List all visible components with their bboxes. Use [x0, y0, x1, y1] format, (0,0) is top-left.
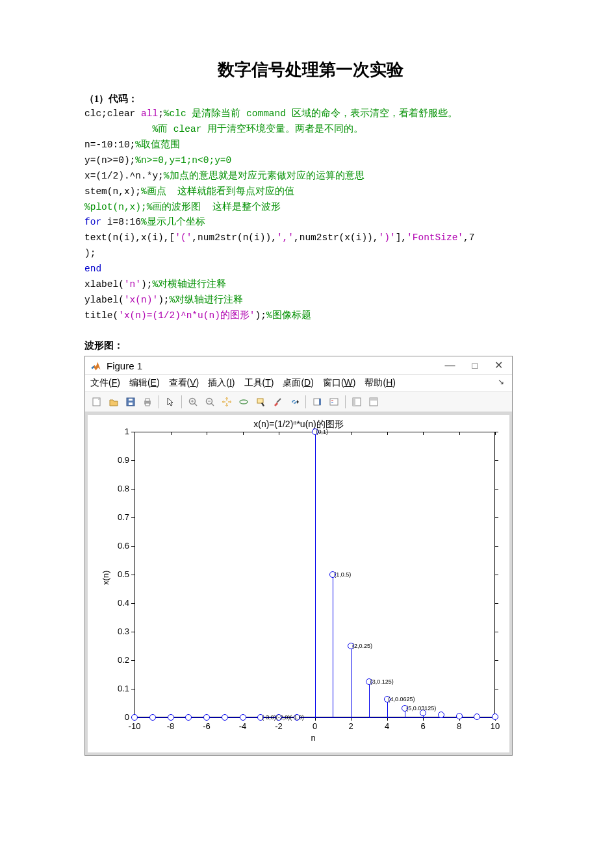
code-comment: %取值范围 [135, 140, 180, 150]
code-text: y=(n>=0); [84, 155, 135, 166]
code-comment: %加点的意思就是对应元素做对应的运算的意思 [164, 171, 365, 181]
rotate3d-button[interactable] [236, 394, 251, 410]
data-annotation: (-3,0)(-2,0)(-1,0) [262, 715, 304, 721]
pointer-button[interactable] [162, 394, 178, 410]
close-button[interactable]: ✕ [494, 360, 503, 371]
y-tick-label: 0.7 [118, 512, 129, 522]
menu-window[interactable]: 窗口(W) [323, 377, 356, 389]
code-text: ); [84, 248, 96, 258]
toolbar [85, 392, 512, 412]
menu-tools[interactable]: 工具(T) [244, 377, 274, 389]
x-tick [423, 432, 424, 435]
dock-button[interactable] [366, 394, 381, 410]
svg-rect-25 [353, 398, 355, 406]
menu-insert[interactable]: 插入(I) [208, 377, 235, 389]
y-tick [131, 575, 134, 575]
code-text: text(n(i),x(i),[ [84, 232, 175, 243]
code-comment: %对纵轴进行注释 [170, 295, 244, 305]
svg-rect-16 [257, 399, 263, 403]
stem-line [369, 682, 370, 717]
code-string: 'x(n)' [124, 295, 158, 305]
data-annotation: (4,0.0625) [389, 697, 415, 702]
x-tick-label: -6 [199, 721, 214, 731]
legend-button[interactable] [326, 394, 342, 410]
data-annotation: (2,0.25) [352, 643, 372, 649]
menu-help[interactable]: 帮助(H) [365, 377, 395, 389]
x-tick [243, 432, 244, 435]
y-tick-label: 0 [125, 712, 129, 722]
code-text: ,num2str(n(i)), [192, 232, 277, 243]
code-keyword: end [84, 264, 101, 274]
toolbar-chevron-icon[interactable]: ↘ [498, 377, 507, 389]
svg-rect-27 [370, 398, 377, 401]
brush-button[interactable] [270, 394, 285, 410]
x-tick [387, 432, 388, 435]
window-title: Figure 1 [107, 360, 142, 371]
svg-line-17 [277, 399, 281, 403]
datacursor-button[interactable] [253, 394, 268, 410]
y-tick [495, 632, 498, 632]
open-button[interactable] [106, 394, 122, 410]
link-button[interactable] [287, 394, 302, 410]
y-tick [495, 517, 498, 518]
code-text: ); [141, 279, 152, 290]
y-tick [131, 460, 134, 461]
zoom-in-button[interactable] [185, 394, 201, 410]
code-text: xlabel( [84, 279, 124, 290]
code-comment: %n>=0,y=1;n<0;y=0 [135, 155, 231, 166]
code-comment: %显示几个坐标 [141, 217, 205, 227]
menu-file[interactable]: 文件(F) [90, 377, 120, 389]
window-titlebar: Figure 1 — □ ✕ [85, 356, 512, 375]
hide-tools-button[interactable] [349, 394, 365, 410]
code-string: 'n' [124, 279, 141, 290]
stem-line [333, 575, 333, 717]
y-tick-label: 0.2 [118, 655, 129, 665]
code-string: 'x(n)=(1/2)^n*u(n)的图形' [118, 310, 255, 321]
figure-window: Figure 1 — □ ✕ 文件(F) 编辑(E) 查看(V) 插入(I) 工… [84, 356, 513, 756]
data-annotation: (0,1) [316, 429, 329, 435]
y-tick-label: 1 [125, 427, 129, 436]
code-comment: %plot(n,x);%画的波形图 这样是整个波形 [84, 202, 281, 212]
svg-rect-21 [330, 399, 338, 405]
y-tick [495, 489, 498, 490]
svg-rect-7 [146, 403, 149, 406]
stem-marker [185, 714, 192, 721]
stem-marker [168, 714, 174, 721]
menu-edit[interactable]: 编辑(E) [129, 377, 160, 389]
svg-rect-6 [146, 399, 149, 401]
y-tick-label: 0.3 [118, 626, 129, 636]
code-text: i=8:16 [101, 217, 141, 227]
code-string: ',' [277, 232, 294, 243]
print-button[interactable] [140, 394, 155, 410]
code-comment: %图像标题 [266, 310, 311, 321]
colorbar-button[interactable] [309, 394, 325, 410]
menu-view[interactable]: 查看(V) [169, 377, 199, 389]
svg-rect-3 [129, 403, 133, 405]
code-text: ,7 [463, 232, 474, 243]
x-tick-label: 10 [487, 721, 503, 731]
code-text: ,num2str(x(i)), [294, 232, 379, 243]
code-text: title( [84, 310, 118, 321]
y-tick [131, 632, 134, 632]
y-tick [131, 489, 134, 490]
zoom-out-button[interactable] [202, 394, 218, 410]
svg-marker-18 [297, 400, 299, 404]
x-tick-label: -8 [163, 721, 179, 731]
code-comment: %而 clear 用于清空环境变量。两者是不同的。 [152, 124, 363, 134]
code-comment: %clc 是清除当前 command 区域的命令，表示清空，看着舒服些。 [164, 108, 457, 119]
x-tick [351, 432, 352, 435]
menu-desktop[interactable]: 桌面(D) [283, 377, 313, 389]
x-tick-label: -2 [271, 721, 287, 731]
y-tick [131, 660, 134, 661]
x-tick [207, 432, 207, 435]
y-tick [131, 689, 134, 689]
maximize-button[interactable]: □ [472, 361, 478, 370]
pan-button[interactable] [219, 394, 235, 410]
save-button[interactable] [123, 394, 138, 410]
code-text: clc;clear [84, 108, 141, 119]
stem-marker [474, 713, 480, 720]
x-tick [495, 432, 496, 435]
minimize-button[interactable]: — [445, 360, 455, 371]
new-figure-button[interactable] [89, 394, 105, 410]
y-tick-label: 0.9 [118, 455, 129, 465]
